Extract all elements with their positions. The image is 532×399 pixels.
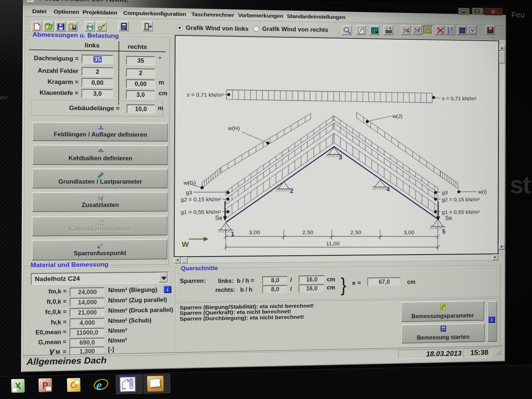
svg-text:2,50: 2,50 [302, 229, 313, 235]
svg-text:g2 = 0,15 kN/m²: g2 = 0,15 kN/m² [442, 197, 480, 202]
svg-text:Se: Se [445, 215, 452, 221]
svg-text:s = 0,71 kN/m²: s = 0,71 kN/m² [442, 95, 476, 102]
svg-text:Z: Z [418, 29, 420, 33]
svg-text:w(H): w(H) [228, 125, 240, 131]
svg-text:g1 = 0,55 kN/m²: g1 = 0,55 kN/m² [181, 209, 221, 215]
svg-text:3: 3 [447, 31, 450, 34]
svg-text:g3: g3 [186, 190, 192, 195]
svg-text:4: 4 [386, 186, 390, 193]
svg-text:G: G [407, 29, 410, 33]
svg-text:3,00: 3,00 [249, 229, 260, 235]
svg-text:V: V [471, 28, 474, 33]
svg-text:g1 = 0,55 kN/m²: g1 = 0,55 kN/m² [442, 209, 480, 215]
svg-text:Se: Se [215, 215, 222, 221]
svg-text:g2 = 0,15 kN/m²: g2 = 0,15 kN/m² [181, 197, 221, 202]
svg-text:2: 2 [290, 187, 294, 194]
svg-text:s = 0,71 kN/m²: s = 0,71 kN/m² [187, 92, 224, 98]
svg-text:2,50: 2,50 [350, 229, 361, 235]
svg-text:Z: Z [101, 198, 103, 201]
svg-text:w(I): w(I) [478, 189, 487, 195]
svg-text:3,00: 3,00 [403, 229, 414, 235]
svg-text:1: 1 [345, 28, 347, 31]
svg-text:w(J): w(J) [392, 113, 402, 119]
svg-text:W: W [182, 240, 189, 248]
svg-text:g3: g3 [442, 190, 448, 195]
svg-text:11,00: 11,00 [326, 241, 340, 246]
svg-text:e: e [96, 378, 102, 392]
svg-text:5: 5 [442, 228, 446, 235]
svg-text:2: 2 [451, 27, 453, 31]
svg-text:3: 3 [339, 154, 342, 161]
svg-text:w(G): w(G) [183, 180, 196, 186]
